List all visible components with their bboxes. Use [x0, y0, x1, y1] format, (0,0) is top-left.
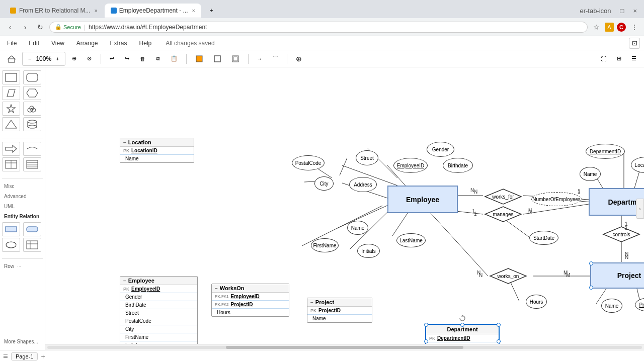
employee-minimize-btn[interactable]: −	[123, 278, 126, 284]
page-tab-1[interactable]: Page-1	[11, 352, 38, 360]
forward-btn[interactable]: ›	[19, 21, 31, 33]
add-page-btn[interactable]: +	[41, 352, 45, 360]
shape-cylinder[interactable]	[23, 117, 41, 131]
shape-star[interactable]	[2, 102, 20, 116]
menu-file[interactable]: File	[4, 39, 20, 48]
new-tab-btn[interactable]: +	[204, 5, 218, 17]
tab-er-relational[interactable]: From ER to Relational M... ×	[4, 4, 104, 18]
employee-row-6[interactable]: FirstName	[120, 333, 197, 341]
url-bar[interactable]: 🔒 Secure | https://www.draw.io/#LEmploye…	[49, 22, 588, 33]
workson-minimize-btn[interactable]: −	[215, 286, 218, 291]
more-shapes-btn[interactable]: More Shapes...	[2, 336, 43, 347]
fill-btn[interactable]	[192, 53, 207, 65]
employee-table[interactable]: − Employee PK EmployeeID Gender BirthDat…	[120, 276, 198, 350]
scrollbar-thumb[interactable]	[226, 346, 464, 349]
ellipse-startdate[interactable]: StartDate	[529, 231, 558, 245]
project-row-1[interactable]: Name	[307, 315, 372, 322]
ellipse-name-proj[interactable]: Name	[601, 299, 622, 313]
shape-arrow[interactable]	[2, 142, 20, 156]
location-minimize-btn[interactable]: −	[123, 140, 126, 145]
sidebar-advanced[interactable]: Advanced	[2, 192, 43, 201]
project-row-0[interactable]: PK ProjectID	[307, 307, 372, 315]
shape-rect[interactable]	[2, 70, 20, 84]
project-table[interactable]: − Project PK ProjectID Name	[307, 298, 372, 323]
shape-hexagon[interactable]	[23, 86, 41, 100]
project-minimize-btn[interactable]: −	[310, 300, 313, 305]
diamond-works-for-container[interactable]: works_for	[483, 188, 523, 205]
menu-help[interactable]: Help	[136, 39, 155, 48]
sidebar-misc[interactable]: Misc	[2, 182, 43, 191]
zoom-in-btn[interactable]: +	[53, 53, 62, 65]
shape-triangle[interactable]	[2, 117, 20, 131]
ellipse-numberofemployees[interactable]: NumberOfEmployees	[531, 192, 582, 206]
dept-handle-tl[interactable]	[424, 323, 428, 327]
workson-row-1[interactable]: PK,FK2 ProjectID	[212, 301, 289, 309]
waypoint-btn[interactable]: ⌒	[269, 53, 282, 65]
zoom-out-btn[interactable]: −	[25, 53, 34, 65]
er-shape-rounded[interactable]	[23, 222, 41, 236]
home-btn[interactable]	[4, 53, 19, 65]
refresh-btn[interactable]: ↻	[34, 21, 46, 33]
location-row-locationid[interactable]: PK LocationID	[120, 147, 194, 155]
redo-btn[interactable]: ↪	[121, 53, 133, 65]
minimize-btn[interactable]: er-tab-icon	[577, 7, 614, 15]
dept-handle-ml[interactable]	[424, 339, 428, 343]
ellipse-initials[interactable]: Initials	[357, 244, 380, 258]
fullscreen-btn[interactable]: ⛶	[597, 53, 610, 65]
employee-row-2[interactable]: BirthDate	[120, 301, 197, 309]
employee-entity[interactable]: Employee	[387, 186, 458, 213]
sidebar-entity-relation[interactable]: Entity Relation	[2, 212, 43, 221]
workson-table[interactable]: − WorksOn PK,FK1 EmployeeID PK,FK2 Proje…	[211, 284, 289, 317]
sidebar-row-item[interactable]: Row ···	[2, 262, 43, 270]
sidebar-toggle-btn[interactable]: ☰	[628, 53, 640, 65]
tab-drawio[interactable]: EmployeeDepartment - ... ×	[105, 4, 201, 18]
ellipse-gender[interactable]: Gender	[427, 142, 454, 157]
menu-extras[interactable]: Extras	[107, 39, 130, 48]
ellipse-city[interactable]: City	[314, 176, 334, 191]
maximize-btn[interactable]: □	[617, 7, 627, 15]
horizontal-scrollbar[interactable]	[45, 344, 644, 350]
rotate-handle[interactable]	[459, 315, 466, 322]
employee-row-1[interactable]: Gender	[120, 293, 197, 301]
copy-btn[interactable]: ⧉	[152, 53, 164, 65]
ellipse-birthdate[interactable]: Birthdate	[443, 158, 473, 173]
employee-row-0[interactable]: PK EmployeeID	[120, 285, 197, 293]
star-icon[interactable]: ☆	[591, 22, 602, 33]
ellipse-name-emp[interactable]: Name	[347, 221, 368, 235]
diamond-manages-container[interactable]: manages	[483, 206, 523, 223]
shape-rounded[interactable]	[23, 70, 41, 84]
ellipse-postalcode[interactable]: PostalCode	[292, 155, 325, 170]
er-shape-ellipse[interactable]	[2, 238, 20, 252]
close-window-btn[interactable]: ×	[630, 7, 640, 15]
shape-curved-arrow[interactable]	[23, 142, 41, 156]
sidebar-uml[interactable]: UML	[2, 202, 43, 211]
employee-row-4[interactable]: PostalCode	[120, 317, 197, 325]
diamond-works-on-container[interactable]: works_on	[488, 267, 528, 285]
frame-btn[interactable]	[228, 53, 243, 65]
add-btn[interactable]: ⊕	[292, 53, 305, 65]
ellipse-projectid[interactable]: ProjectID	[635, 298, 644, 312]
more-shapes-label[interactable]: More Shapes...	[4, 339, 38, 344]
ellipse-employeeid[interactable]: EmployeeID	[393, 158, 428, 173]
diamond-controls-container[interactable]: controls	[601, 226, 641, 243]
scrollbar-track[interactable]	[47, 346, 642, 349]
ext2-icon[interactable]: C	[617, 23, 626, 32]
ellipse-address[interactable]: Address	[349, 177, 377, 192]
workson-row-2[interactable]: Hours	[212, 309, 289, 316]
tab-er-close[interactable]: ×	[94, 8, 97, 14]
er-shape-table3[interactable]	[23, 238, 41, 252]
right-panel-expand[interactable]: ›	[636, 199, 644, 219]
ellipse-street[interactable]: Street	[356, 150, 378, 165]
outline-btn[interactable]	[210, 53, 225, 65]
dept-handle-tc[interactable]	[460, 323, 464, 327]
zoom-control[interactable]: − 100% +	[22, 52, 65, 66]
undo-btn[interactable]: ↩	[106, 53, 118, 65]
dept-row-0[interactable]: PK DepartmentID	[426, 334, 499, 342]
delete-btn[interactable]: 🗑	[136, 53, 149, 65]
location-table[interactable]: − Location PK LocationID Name	[120, 138, 194, 163]
dept-handle-mr[interactable]	[497, 339, 501, 343]
paste-btn[interactable]: 📋	[167, 53, 181, 65]
connector-btn[interactable]: →	[254, 53, 266, 65]
panel-toggle-btn[interactable]: ⊞	[613, 53, 625, 65]
tab-drawio-close[interactable]: ×	[192, 8, 195, 14]
